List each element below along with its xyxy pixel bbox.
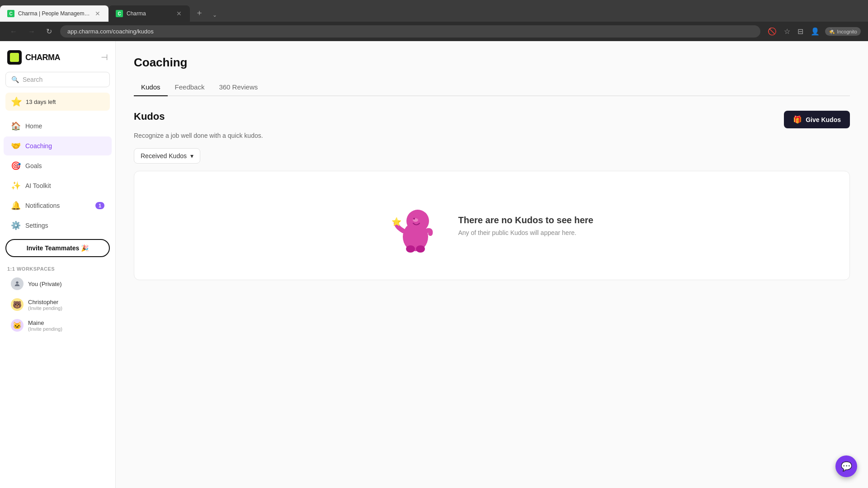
trial-text: 13 days left bbox=[26, 99, 56, 105]
tab-kudos[interactable]: Kudos bbox=[134, 79, 168, 96]
empty-state: ⭐ There are no Kudos to see here Any of … bbox=[134, 171, 850, 280]
logo: CHARMA bbox=[7, 50, 60, 65]
tab-close-2[interactable]: ✕ bbox=[175, 9, 183, 18]
ai-toolkit-icon: ✨ bbox=[11, 181, 21, 191]
empty-text: There are no Kudos to see here Any of th… bbox=[458, 215, 594, 236]
svg-text:⭐: ⭐ bbox=[392, 217, 402, 227]
filter-label: Received Kudos bbox=[141, 152, 187, 160]
workspace-name-you: You (Private) bbox=[28, 281, 62, 287]
svg-point-7 bbox=[416, 245, 425, 253]
svg-point-4 bbox=[413, 218, 415, 220]
workspace-sub-maine: (Invite pending) bbox=[28, 326, 62, 332]
incognito-label: Incognito bbox=[837, 29, 857, 34]
tab-feedback[interactable]: Feedback bbox=[168, 79, 212, 96]
give-kudos-label: Give Kudos bbox=[806, 116, 841, 123]
sidebar-item-goals[interactable]: 🎯 Goals bbox=[4, 156, 112, 175]
avatar-maine: 🐱 bbox=[11, 319, 24, 332]
url-bar[interactable] bbox=[60, 25, 760, 38]
browser-actions: 🚫 ☆ ⊟ 👤 🕵️ Incognito bbox=[766, 25, 861, 38]
invite-btn-label: Invite Teammates 🎉 bbox=[27, 244, 89, 252]
app: CHARMA ⊣ 🔍 Search ⭐ 13 days left 🏠 Home … bbox=[0, 41, 868, 488]
trial-icon: ⭐ bbox=[11, 96, 22, 107]
tab-title-2: Charma bbox=[127, 10, 172, 17]
bookmark-icon[interactable]: ☆ bbox=[782, 25, 792, 38]
browser-chrome: C Charma | People Management S... ✕ C Ch… bbox=[0, 0, 868, 41]
notifications-badge: 1 bbox=[95, 202, 104, 209]
sidebar-item-settings[interactable]: ⚙️ Settings bbox=[4, 216, 112, 235]
workspace-item-you[interactable]: You (Private) bbox=[4, 274, 112, 294]
tab-active[interactable]: C Charma | People Management S... ✕ bbox=[0, 5, 108, 22]
avatar-christopher: 🐻 bbox=[11, 298, 24, 311]
empty-state-content: ⭐ There are no Kudos to see here Any of … bbox=[391, 198, 594, 253]
search-label: Search bbox=[23, 76, 42, 83]
sidebar-item-label-goals: Goals bbox=[25, 162, 104, 169]
incognito-icon: 🕵️ bbox=[829, 28, 835, 34]
split-screen-icon[interactable]: ⊟ bbox=[796, 25, 805, 38]
invite-teammates-button[interactable]: Invite Teammates 🎉 bbox=[5, 239, 110, 257]
workspace-item-maine[interactable]: 🐱 Maine (Invite pending) bbox=[4, 315, 112, 335]
tabs-nav: Kudos Feedback 360 Reviews bbox=[134, 79, 850, 96]
tab-360-reviews[interactable]: 360 Reviews bbox=[212, 79, 265, 96]
workspace-item-christopher[interactable]: 🐻 Christopher (Invite pending) bbox=[4, 295, 112, 314]
back-button[interactable]: ← bbox=[7, 26, 20, 38]
filter-dropdown[interactable]: Received Kudos ▾ bbox=[134, 148, 200, 164]
workspace-info-you: You (Private) bbox=[28, 281, 62, 287]
sidebar-item-notifications[interactable]: 🔔 Notifications 1 bbox=[4, 196, 112, 215]
tab-title-1: Charma | People Management S... bbox=[18, 10, 90, 17]
svg-point-0 bbox=[16, 282, 18, 284]
sidebar: CHARMA ⊣ 🔍 Search ⭐ 13 days left 🏠 Home … bbox=[0, 41, 116, 488]
filter-chevron-icon: ▾ bbox=[190, 152, 193, 160]
no-camera-icon[interactable]: 🚫 bbox=[766, 25, 778, 38]
sidebar-item-home[interactable]: 🏠 Home bbox=[4, 117, 112, 136]
sidebar-item-label-notifications: Notifications bbox=[25, 202, 91, 209]
trial-badge: ⭐ 13 days left bbox=[5, 93, 110, 111]
chat-widget-icon: 💬 bbox=[841, 461, 852, 472]
sidebar-header: CHARMA ⊣ bbox=[0, 47, 115, 72]
sidebar-item-ai-toolkit[interactable]: ✨ AI Toolkit bbox=[4, 176, 112, 195]
search-box[interactable]: 🔍 Search bbox=[5, 72, 110, 87]
sidebar-item-coaching[interactable]: 🤝 Coaching bbox=[4, 136, 112, 155]
notifications-icon: 🔔 bbox=[11, 201, 21, 211]
workspace-sub-christopher: (Invite pending) bbox=[28, 305, 62, 311]
mascot-illustration: ⭐ bbox=[391, 198, 440, 253]
give-kudos-button[interactable]: 🎁 Give Kudos bbox=[784, 111, 850, 128]
tab-favicon-2: C bbox=[116, 10, 123, 17]
main-content: Coaching Kudos Feedback 360 Reviews Kudo… bbox=[116, 41, 868, 488]
workspace-section-label: 1:1 Workspaces bbox=[7, 266, 108, 272]
logo-mark bbox=[7, 50, 22, 65]
page-title: Coaching bbox=[134, 56, 850, 70]
incognito-badge: 🕵️ Incognito bbox=[825, 27, 861, 36]
profile-icon[interactable]: 👤 bbox=[809, 25, 821, 38]
home-icon: 🏠 bbox=[11, 121, 21, 131]
sidebar-item-label-home: Home bbox=[25, 122, 104, 130]
goals-icon: 🎯 bbox=[11, 161, 21, 171]
settings-icon: ⚙️ bbox=[11, 221, 21, 230]
empty-state-subtitle: Any of their public Kudos will appear he… bbox=[458, 229, 594, 236]
chat-widget[interactable]: 💬 bbox=[835, 455, 857, 477]
empty-state-title: There are no Kudos to see here bbox=[458, 215, 594, 225]
sidebar-collapse-button[interactable]: ⊣ bbox=[101, 52, 108, 62]
section-header: Kudos 🎁 Give Kudos bbox=[134, 111, 850, 128]
forward-button[interactable]: → bbox=[25, 26, 38, 38]
reload-button[interactable]: ↻ bbox=[43, 25, 55, 38]
search-icon: 🔍 bbox=[11, 76, 19, 83]
kudos-gift-icon: 🎁 bbox=[793, 115, 802, 124]
workspace-name-christopher: Christopher bbox=[28, 299, 62, 305]
workspace-info-christopher: Christopher (Invite pending) bbox=[28, 299, 62, 311]
address-bar: ← → ↻ 🚫 ☆ ⊟ 👤 🕵️ Incognito bbox=[0, 22, 868, 41]
avatar-you bbox=[11, 277, 24, 290]
logo-mark-inner bbox=[10, 53, 19, 62]
tab-2[interactable]: C Charma ✕ bbox=[108, 5, 190, 22]
new-tab-button[interactable]: ＋ bbox=[190, 4, 209, 22]
tab-favicon-1: C bbox=[7, 10, 14, 17]
workspace-section: 1:1 Workspaces bbox=[0, 261, 115, 273]
tab-overflow[interactable]: ⌄ bbox=[209, 8, 221, 22]
tab-bar: C Charma | People Management S... ✕ C Ch… bbox=[0, 0, 868, 22]
kudos-section-desc: Recognize a job well done with a quick k… bbox=[134, 132, 850, 139]
tab-close-1[interactable]: ✕ bbox=[94, 9, 101, 18]
svg-point-6 bbox=[406, 245, 415, 253]
coaching-icon: 🤝 bbox=[11, 141, 21, 151]
workspace-name-maine: Maine bbox=[28, 319, 62, 326]
sidebar-item-label-coaching: Coaching bbox=[25, 142, 104, 150]
logo-text: CHARMA bbox=[25, 53, 60, 62]
